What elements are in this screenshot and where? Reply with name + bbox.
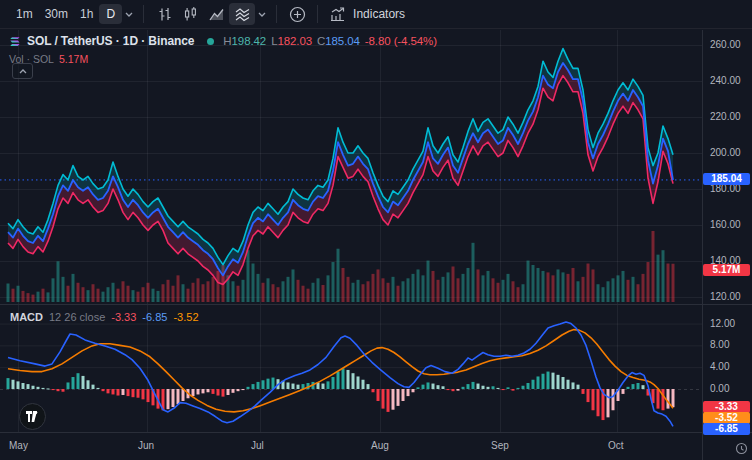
timeframe-dropdown-chevron-icon[interactable]: [122, 4, 136, 24]
macd-signal-value: -3.52: [173, 311, 198, 323]
collapse-legend-button[interactable]: [12, 63, 33, 79]
candles-chart-type-icon[interactable]: [177, 3, 203, 25]
low-value: 182.03: [277, 35, 312, 47]
timezone-clock-icon[interactable]: [734, 441, 748, 455]
tradingview-chart-window: 1m 30m 1h D: [0, 0, 752, 460]
close-value: 185.04: [325, 35, 360, 47]
last-price-badge: 185.04: [703, 173, 750, 185]
macd-line-value: -6.85: [142, 311, 167, 323]
chart-plot-area[interactable]: [0, 30, 702, 432]
price-axis[interactable]: [702, 30, 752, 432]
indicators-label: Indicators: [353, 7, 405, 21]
change-value: -8.80 (-4.54%): [365, 35, 437, 47]
timeframe-1d-button[interactable]: D: [99, 4, 122, 24]
volume-value: 5.17M: [59, 53, 88, 65]
chart-type-dropdown-chevron-icon[interactable]: [255, 4, 269, 24]
macd-name[interactable]: MACD: [10, 311, 43, 323]
high-label: H: [223, 35, 231, 47]
high-value: 198.42: [232, 35, 267, 47]
macd-params: 12 26 close: [49, 311, 105, 323]
volume-badge: 5.17M: [703, 264, 750, 276]
solana-logo-icon: [9, 35, 22, 48]
time-axis[interactable]: [0, 433, 702, 460]
symbol-title[interactable]: SOL / TetherUS · 1D · Binance: [27, 34, 194, 48]
macd-hist-value: -3.33: [111, 311, 136, 323]
market-status-dot[interactable]: [207, 38, 214, 45]
macd-legend: MACD 12 26 close -3.33 -6.85 -3.52: [10, 311, 199, 323]
area-chart-type-icon[interactable]: [203, 3, 229, 25]
timeframe-30m-button[interactable]: 30m: [39, 4, 74, 24]
toolbar-separator: [276, 5, 277, 23]
multi-line-chart-type-icon-selected[interactable]: [229, 3, 255, 25]
macd-line-badge: -6.85: [703, 423, 750, 435]
timeframe-1h-button[interactable]: 1h: [74, 4, 99, 24]
top-toolbar: 1m 30m 1h D: [0, 0, 752, 29]
timeframe-1m-button[interactable]: 1m: [10, 4, 39, 24]
symbol-legend: SOL / TetherUS · 1D · Binance H198.42 L1…: [9, 33, 437, 66]
tradingview-logo[interactable]: [19, 403, 46, 430]
toolbar-separator: [143, 5, 144, 23]
indicators-button[interactable]: Indicators: [325, 6, 409, 22]
bar-chart-type-icon[interactable]: [151, 3, 177, 25]
compare-add-symbol-icon[interactable]: [284, 3, 310, 25]
toolbar-separator: [317, 5, 318, 23]
